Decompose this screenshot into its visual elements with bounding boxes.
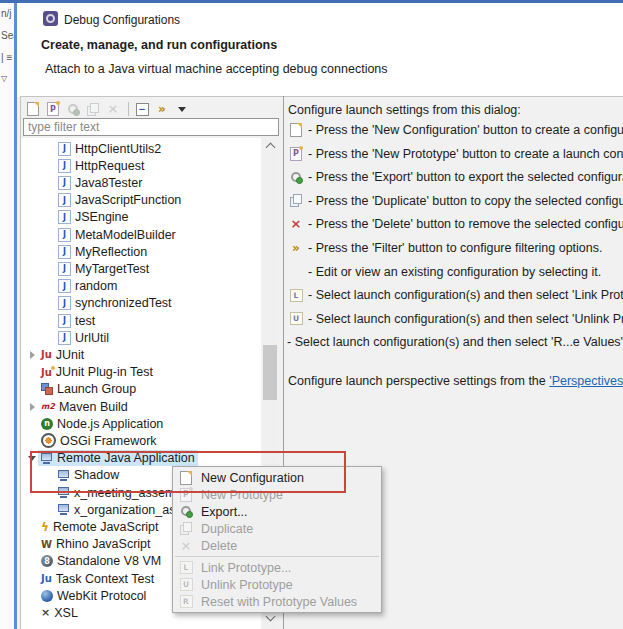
duplicate-icon xyxy=(290,194,302,207)
scrollbar-thumb[interactable] xyxy=(263,345,277,400)
dialog-titlebar[interactable]: Debug Configurations xyxy=(17,3,623,30)
menu-item-icon-slot: R xyxy=(179,595,193,608)
help-line-text: - Press the 'Delete' button to remove th… xyxy=(308,217,623,231)
menu-item-duplicate[interactable]: Duplicate xyxy=(173,520,381,537)
tree-row-launch-group[interactable]: Launch Group xyxy=(21,381,261,398)
help-line-text: - Select launch configuration(s) and the… xyxy=(287,335,623,349)
tree-row-synchronizedtest[interactable]: JsynchronizedTest xyxy=(21,295,261,312)
java-app-icon: J xyxy=(58,228,71,242)
new-config-icon xyxy=(290,123,302,137)
reset-prototype-icon: R xyxy=(180,595,193,608)
menu-item-label: Reset with Prototype Values xyxy=(201,595,357,609)
menu-item-label: New Prototype xyxy=(201,488,283,502)
tree-row-jsengine[interactable]: JJSEngine xyxy=(21,209,261,226)
delete-launch-configuration-button[interactable]: × xyxy=(104,101,122,118)
tree-row-label: UrlUtil xyxy=(75,331,109,345)
menu-item-reset-with-prototype-values[interactable]: RReset with Prototype Values xyxy=(173,593,381,610)
help-line: - Press the 'Duplicate' button to copy t… xyxy=(289,190,623,212)
tree-row-label: Shadow xyxy=(74,468,119,482)
tree-row-content: Remote Java Application xyxy=(38,450,198,466)
tree-row-mytargettest[interactable]: JMyTargetTest xyxy=(21,260,261,277)
tree-row-label: JavaScriptFunction xyxy=(75,193,181,207)
tree-row-httprequest[interactable]: JHttpRequest xyxy=(21,157,261,174)
debug-config-icon xyxy=(43,11,58,26)
java-app-icon: J xyxy=(58,159,71,173)
tree-row-javascriptfunction[interactable]: JJavaScriptFunction xyxy=(21,192,261,209)
tree-row-junit[interactable]: JuJUnit xyxy=(21,346,261,363)
menu-item-icon-slot xyxy=(179,505,193,518)
tree-row-content: JUrlUtil xyxy=(55,330,112,346)
duplicate-icon xyxy=(180,522,192,535)
help-line: - Press the 'New Configuration' button t… xyxy=(289,119,623,141)
help-line-text: - Edit or view an existing configuration… xyxy=(308,265,601,279)
tree-row-content: nNode.js Application xyxy=(38,416,166,432)
menu-item-new-prototype[interactable]: PNew Prototype xyxy=(173,486,381,503)
menu-item-icon-slot: P xyxy=(179,488,193,502)
menu-item-new-configuration[interactable]: New Configuration xyxy=(173,469,381,486)
help-line-icon-slot: P xyxy=(289,147,303,161)
tree-row-httpclientutils2[interactable]: JHttpClientUtils2 xyxy=(21,140,261,157)
new-prototype-button[interactable]: P xyxy=(44,101,62,118)
right-panel-intro: Configure launch settings from this dial… xyxy=(288,103,521,117)
delete-icon: × xyxy=(108,103,119,115)
tree-row-metamodelbuilder[interactable]: JMetaModelBuilder xyxy=(21,226,261,243)
tree-row-osgi-framework[interactable]: OSGi Framework xyxy=(21,432,261,449)
help-line: »- Press the 'Filter' button to configur… xyxy=(289,237,623,259)
filter-launch-configurations-button[interactable]: » xyxy=(153,101,171,118)
twisty[interactable] xyxy=(26,403,38,411)
tree-row-content: WRhino JavaScript xyxy=(38,536,154,552)
tree-row-java8tester[interactable]: JJava8Tester xyxy=(21,174,261,191)
tree-row-label: JUnit xyxy=(56,348,84,362)
tree-row-junit-plug-in-test[interactable]: JuJUnit Plug-in Test xyxy=(21,364,261,381)
menu-item-unlink-prototype[interactable]: UUnlink Prototype xyxy=(173,576,381,593)
toolbar-separator xyxy=(128,102,129,116)
help-line: - Press the 'Export' button to export th… xyxy=(289,166,623,188)
tree-row-label: test xyxy=(75,314,95,328)
help-line-text: - Press the 'New Prototype' button to cr… xyxy=(308,147,623,161)
export-launch-configurations-button[interactable] xyxy=(64,101,82,118)
launch-config-toolbar: P×−» xyxy=(24,100,193,118)
tree-row-myreflection[interactable]: JMyReflection xyxy=(21,243,261,260)
tree-row-label: MetaModelBuilder xyxy=(75,228,176,242)
twisty[interactable] xyxy=(26,456,38,461)
collapse-icon[interactable] xyxy=(28,456,36,461)
tree-row-label: JUnit Plug-in Test xyxy=(56,365,153,379)
tree-row-urlutil[interactable]: JUrlUtil xyxy=(21,329,261,346)
maven-icon: m2 xyxy=(41,402,55,411)
perspectives-link[interactable]: 'Perspectives' xyxy=(549,374,623,388)
unlink-prototype-icon: U xyxy=(180,578,193,591)
scroll-up-button[interactable] xyxy=(262,138,278,153)
menu-item-label: Duplicate xyxy=(201,522,253,536)
view-menu-button[interactable] xyxy=(173,101,191,118)
tree-row-label: MyReflection xyxy=(75,245,147,259)
help-line-icon-slot: U xyxy=(289,312,303,325)
collapse-all-button[interactable]: − xyxy=(133,101,151,118)
context-menu: New ConfigurationPNew PrototypeExport...… xyxy=(172,466,382,613)
help-line-text: - Press the 'New Configuration' button t… xyxy=(308,123,623,137)
menu-item-label: Unlink Prototype xyxy=(201,578,293,592)
expand-icon[interactable] xyxy=(30,351,35,359)
link-prototype-icon: L xyxy=(180,561,193,574)
menu-item-export[interactable]: Export... xyxy=(173,503,381,520)
divider xyxy=(20,96,623,97)
menu-item-delete[interactable]: ×Delete xyxy=(173,537,381,554)
tree-row-content: JHttpRequest xyxy=(55,158,147,174)
expand-icon[interactable] xyxy=(30,403,35,411)
tree-row-test[interactable]: Jtest xyxy=(21,312,261,329)
new-prototype-icon: P xyxy=(47,102,59,116)
menu-item-link-prototype[interactable]: LLink Prototype... xyxy=(173,559,381,576)
java-app-icon: J xyxy=(58,176,71,190)
rhino-icon: W xyxy=(41,539,52,550)
tree-row-node-js-application[interactable]: nNode.js Application xyxy=(21,415,261,432)
filter-input[interactable] xyxy=(23,118,279,136)
tree-row-label: WebKit Protocol xyxy=(57,589,146,603)
duplicate-launch-configuration-button[interactable] xyxy=(84,101,102,118)
tree-row-content: JMyTargetTest xyxy=(55,261,152,277)
twisty[interactable] xyxy=(26,351,38,359)
new-launch-configuration-button[interactable] xyxy=(24,101,42,118)
tree-row-maven-build[interactable]: m2Maven Build xyxy=(21,398,261,415)
tree-row-label: x_organization_as xyxy=(74,503,175,517)
export-icon xyxy=(180,505,193,518)
tree-row-remote-java-application[interactable]: Remote Java Application xyxy=(21,450,261,467)
tree-row-random[interactable]: Jrandom xyxy=(21,278,261,295)
